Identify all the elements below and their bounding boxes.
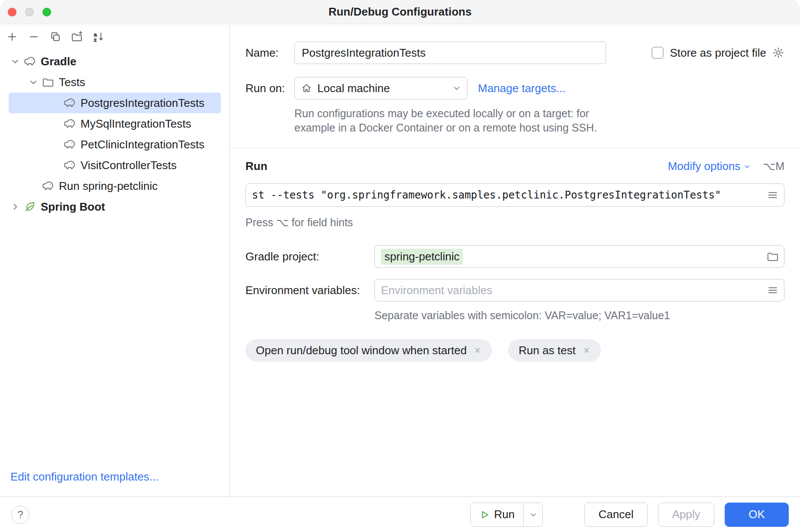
gradle-icon: [23, 55, 36, 68]
settings-gear-icon[interactable]: [772, 47, 784, 59]
tree-item-label: Run spring-petclinic: [59, 179, 158, 193]
remove-configuration-button[interactable]: [27, 30, 41, 44]
run-on-value: Local machine: [317, 82, 390, 95]
traffic-lights: [8, 8, 51, 16]
remove-tag-icon[interactable]: [474, 346, 481, 354]
gradle-icon: [63, 138, 76, 151]
run-command-field[interactable]: st --tests "org.springframework.samples.…: [245, 183, 784, 207]
environment-variables-hint: Separate variables with semicolon: VAR=v…: [374, 309, 784, 322]
tag-run-as-test[interactable]: Run as test: [508, 339, 601, 362]
chevron-down-icon[interactable]: [28, 77, 39, 88]
tree-item-tests-folder[interactable]: Tests: [0, 72, 229, 93]
tag-label: Open run/debug tool window when started: [256, 344, 467, 357]
remove-tag-icon[interactable]: [583, 346, 590, 354]
cancel-button[interactable]: Cancel: [584, 503, 648, 527]
apply-button[interactable]: Apply: [658, 503, 714, 527]
tag-open-run-debug-tool-window[interactable]: Open run/debug tool window when started: [245, 339, 492, 362]
tag-label: Run as test: [519, 344, 576, 357]
zoom-button[interactable]: [42, 8, 51, 16]
tree-item-label: Gradle: [41, 55, 76, 68]
gradle-project-field[interactable]: spring-petclinic: [374, 245, 784, 268]
run-section-title: Run: [245, 160, 268, 173]
environment-variables-input[interactable]: [381, 284, 761, 297]
tree-item-run-spring-petclinic[interactable]: Run spring-petclinic: [0, 176, 229, 196]
environment-variables-label: Environment variables:: [245, 284, 374, 297]
tree-item-label: PostgresIntegrationTests: [81, 96, 204, 110]
field-hints-hint: Press ⌥ for field hints: [245, 216, 784, 229]
gradle-icon: [63, 96, 76, 109]
play-icon: [479, 510, 490, 520]
run-button-label: Run: [494, 508, 515, 521]
gradle-project-label: Gradle project:: [245, 250, 374, 263]
tree-item-petclinic-integration-tests[interactable]: PetClinicIntegrationTests: [0, 134, 229, 155]
dialog-footer: ? Run Cancel Apply OK: [0, 497, 800, 532]
tree-item-mysql-integration-tests[interactable]: MySqlIntegrationTests: [0, 113, 229, 134]
dialog-title: Run/Debug Configurations: [0, 5, 800, 19]
gradle-icon: [42, 179, 55, 192]
run-button[interactable]: Run: [471, 503, 523, 526]
option-tags: Open run/debug tool window when started …: [245, 339, 784, 362]
footer-buttons: Run Cancel Apply OK: [470, 503, 789, 527]
run-section-header: Run Modify options ⌥M: [245, 160, 784, 173]
tree-item-gradle[interactable]: Gradle: [0, 51, 229, 72]
run-on-help-text: Run configurations may be executed local…: [294, 106, 784, 135]
help-button[interactable]: ?: [11, 506, 29, 524]
tree-item-label: PetClinicIntegrationTests: [81, 138, 204, 151]
tree-item-label: MySqlIntegrationTests: [81, 117, 191, 131]
expand-field-icon[interactable]: [767, 189, 779, 201]
edit-configuration-templates-link[interactable]: Edit configuration templates...: [0, 470, 229, 497]
gradle-icon: [63, 117, 76, 130]
copy-configuration-button[interactable]: [48, 30, 62, 44]
chevron-down-icon: [743, 162, 752, 171]
tree-item-postgres-integration-tests[interactable]: PostgresIntegrationTests: [9, 93, 221, 113]
modify-options-label: Modify options: [668, 160, 741, 173]
browse-folder-icon[interactable]: [767, 250, 779, 263]
run-button-group: Run: [470, 503, 543, 527]
tree-item-label: Tests: [59, 76, 85, 89]
tree-item-visit-controller-tests[interactable]: VisitControllerTests: [0, 155, 229, 176]
configurations-sidebar: Gradle Tests PostgresIntegrationTests My…: [0, 24, 230, 497]
titlebar: Run/Debug Configurations: [0, 0, 800, 24]
run-on-select[interactable]: Local machine: [294, 77, 468, 99]
configuration-form: Name: Store as project file Run on: Loca…: [230, 24, 800, 497]
gradle-icon: [63, 159, 76, 172]
sidebar-toolbar: [0, 24, 229, 49]
run-debug-configurations-dialog: Run/Debug Configurations Gradle: [0, 0, 800, 532]
tree-item-spring-boot[interactable]: Spring Boot: [0, 196, 229, 217]
new-folder-button[interactable]: [70, 30, 84, 44]
name-label: Name:: [245, 46, 294, 60]
folder-icon: [42, 76, 55, 89]
modify-options-shortcut: ⌥M: [763, 160, 784, 173]
chevron-right-icon[interactable]: [10, 201, 21, 212]
chevron-down-icon[interactable]: [10, 56, 21, 67]
gradle-project-value: spring-petclinic: [381, 249, 463, 265]
name-input[interactable]: [294, 42, 606, 64]
add-configuration-button[interactable]: [5, 30, 19, 44]
configurations-tree: Gradle Tests PostgresIntegrationTests My…: [0, 51, 229, 217]
store-as-project-file-group: Store as project file: [652, 46, 784, 60]
sort-alphabetically-button[interactable]: [92, 30, 106, 44]
name-row: Name: Store as project file: [245, 42, 784, 64]
run-on-label: Run on:: [245, 82, 294, 95]
environment-variables-row: Environment variables:: [245, 279, 784, 301]
local-machine-icon: [301, 83, 312, 94]
chevron-down-icon: [452, 83, 462, 93]
environment-variables-field: [374, 279, 784, 301]
modify-options-link[interactable]: Modify options: [668, 160, 752, 173]
tree-item-label: Spring Boot: [41, 200, 105, 214]
run-command-text: st --tests "org.springframework.samples.…: [252, 189, 761, 201]
store-as-project-file-checkbox[interactable]: [652, 47, 664, 59]
spring-boot-icon: [23, 200, 36, 213]
store-as-project-file-label: Store as project file: [670, 46, 766, 60]
ok-button[interactable]: OK: [725, 503, 789, 527]
section-divider: [230, 148, 800, 148]
run-on-row: Run on: Local machine Manage targets...: [245, 77, 784, 99]
tree-item-label: VisitControllerTests: [81, 159, 177, 172]
gradle-project-row: Gradle project: spring-petclinic: [245, 245, 784, 268]
close-button[interactable]: [8, 8, 16, 16]
expand-field-icon[interactable]: [767, 284, 779, 296]
run-options-chevron[interactable]: [523, 503, 542, 526]
minimize-button[interactable]: [25, 8, 34, 16]
manage-targets-link[interactable]: Manage targets...: [478, 82, 565, 95]
